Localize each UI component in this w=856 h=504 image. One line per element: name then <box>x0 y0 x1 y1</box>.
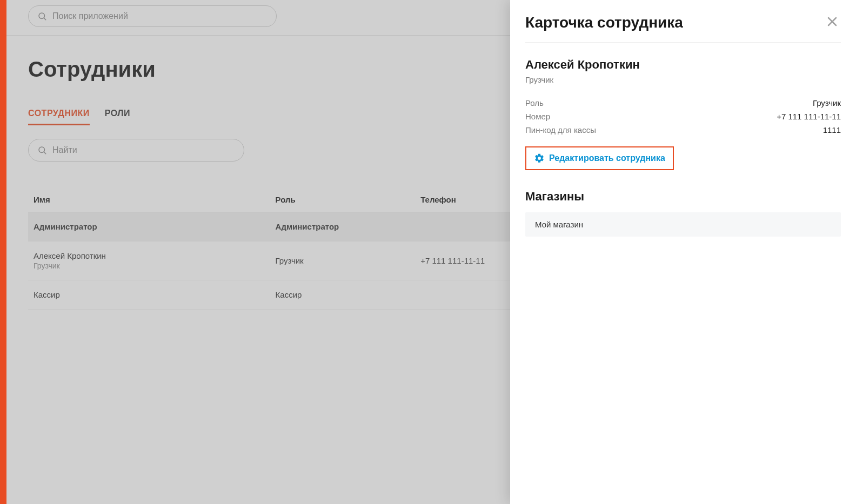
svg-point-2 <box>39 147 45 153</box>
detail-phone: Номер +7 111 111-11-11 <box>525 110 841 123</box>
tab-employees[interactable]: СОТРУДНИКИ <box>28 103 90 125</box>
col-name[interactable]: Имя <box>28 187 270 212</box>
employee-position: Грузчик <box>525 75 841 84</box>
detail-role: Роль Грузчик <box>525 96 841 110</box>
sidebar-accent-strip <box>0 0 6 504</box>
row-role: Кассир <box>270 280 416 310</box>
row-subtitle: Грузчик <box>34 261 265 270</box>
col-role[interactable]: Роль <box>270 187 416 212</box>
detail-role-value: Грузчик <box>813 98 841 107</box>
gear-icon <box>534 153 545 164</box>
row-name: Алексей Кропоткин <box>34 251 265 260</box>
store-item[interactable]: Мой магазин <box>525 212 841 237</box>
svg-line-1 <box>44 18 45 19</box>
detail-phone-value: +7 111 111-11-11 <box>777 112 841 121</box>
detail-role-label: Роль <box>525 98 544 107</box>
employee-fullname: Алексей Кропоткин <box>525 58 841 72</box>
detail-pin-value: 1111 <box>823 125 841 135</box>
detail-phone-label: Номер <box>525 112 550 121</box>
employee-card-panel: Карточка сотрудника Алексей Кропоткин Гр… <box>510 0 856 504</box>
filter-input[interactable] <box>52 145 235 155</box>
panel-title: Карточка сотрудника <box>525 14 683 31</box>
app-search-input[interactable] <box>52 11 268 21</box>
close-icon <box>826 15 839 28</box>
close-button[interactable] <box>824 13 841 32</box>
filter-field[interactable] <box>28 139 244 162</box>
row-role: Администратор <box>270 212 416 241</box>
row-role: Грузчик <box>270 241 416 280</box>
svg-line-3 <box>44 152 45 153</box>
edit-employee-label: Редактировать сотрудника <box>549 153 665 163</box>
panel-header: Карточка сотрудника <box>525 13 841 43</box>
row-name: Кассир <box>34 290 265 299</box>
app-search-field[interactable] <box>28 5 277 27</box>
search-icon <box>37 145 47 155</box>
svg-point-0 <box>39 13 45 19</box>
row-name: Администратор <box>34 222 265 231</box>
edit-employee-button[interactable]: Редактировать сотрудника <box>525 146 674 170</box>
search-icon <box>37 11 47 21</box>
tab-roles[interactable]: РОЛИ <box>105 103 130 125</box>
detail-pin: Пин-код для кассы 1111 <box>525 123 841 137</box>
detail-pin-label: Пин-код для кассы <box>525 125 596 135</box>
stores-heading: Магазины <box>525 190 841 204</box>
